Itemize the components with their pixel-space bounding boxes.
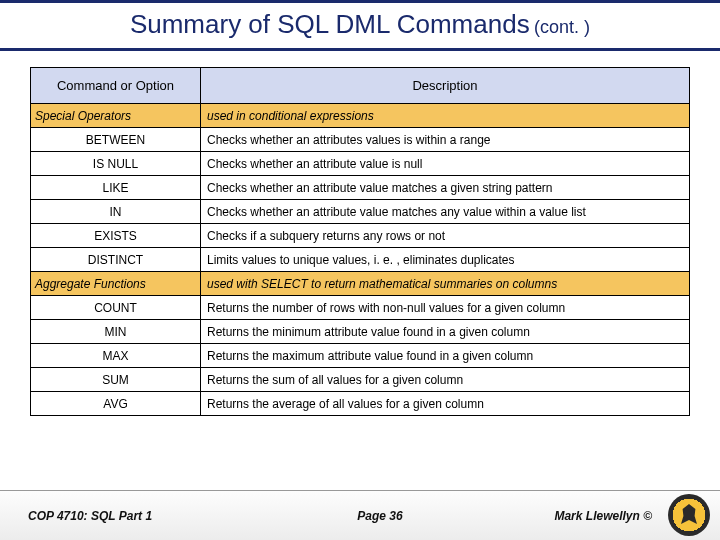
header-description: Description bbox=[201, 68, 690, 104]
section-desc: used with SELECT to return mathematical … bbox=[201, 272, 690, 296]
table-row: BETWEENChecks whether an attributes valu… bbox=[31, 128, 690, 152]
desc-cell: Returns the minimum attribute value foun… bbox=[201, 320, 690, 344]
table-row: MAXReturns the maximum attribute value f… bbox=[31, 344, 690, 368]
desc-cell: Checks whether an attribute value matche… bbox=[201, 176, 690, 200]
footer: COP 4710: SQL Part 1 Page 36 Mark Llewel… bbox=[0, 490, 720, 540]
table-row: LIKEChecks whether an attribute value ma… bbox=[31, 176, 690, 200]
cmd-cell: LIKE bbox=[31, 176, 201, 200]
desc-cell: Checks whether an attribute value matche… bbox=[201, 200, 690, 224]
cmd-cell: MIN bbox=[31, 320, 201, 344]
table-row: DISTINCTLimits values to unique values, … bbox=[31, 248, 690, 272]
table-row: INChecks whether an attribute value matc… bbox=[31, 200, 690, 224]
footer-page: Page 36 bbox=[238, 509, 522, 523]
header-command: Command or Option bbox=[31, 68, 201, 104]
desc-cell: Returns the average of all values for a … bbox=[201, 392, 690, 416]
cmd-cell: MAX bbox=[31, 344, 201, 368]
cmd-cell: EXISTS bbox=[31, 224, 201, 248]
page-title: Summary of SQL DML Commands bbox=[130, 9, 530, 39]
cmd-cell: IN bbox=[31, 200, 201, 224]
title-bar: Summary of SQL DML Commands (cont. ) bbox=[0, 0, 720, 51]
desc-cell: Returns the number of rows with non-null… bbox=[201, 296, 690, 320]
ucf-logo-icon bbox=[668, 494, 710, 536]
desc-cell: Checks if a subquery returns any rows or… bbox=[201, 224, 690, 248]
commands-table: Command or Option Description Special Op… bbox=[30, 67, 690, 416]
section-desc: used in conditional expressions bbox=[201, 104, 690, 128]
footer-inner: COP 4710: SQL Part 1 Page 36 Mark Llewel… bbox=[0, 491, 720, 540]
desc-cell: Returns the sum of all values for a give… bbox=[201, 368, 690, 392]
table-row: IS NULLChecks whether an attribute value… bbox=[31, 152, 690, 176]
desc-cell: Limits values to unique values, i. e. , … bbox=[201, 248, 690, 272]
cmd-cell: AVG bbox=[31, 392, 201, 416]
table-header-row: Command or Option Description bbox=[31, 68, 690, 104]
section-row: Aggregate Functions used with SELECT to … bbox=[31, 272, 690, 296]
cmd-cell: BETWEEN bbox=[31, 128, 201, 152]
cmd-cell: IS NULL bbox=[31, 152, 201, 176]
cmd-cell: DISTINCT bbox=[31, 248, 201, 272]
section-row: Special Operators used in conditional ex… bbox=[31, 104, 690, 128]
table-container: Command or Option Description Special Op… bbox=[0, 51, 720, 416]
section-name: Special Operators bbox=[31, 104, 201, 128]
table-row: AVGReturns the average of all values for… bbox=[31, 392, 690, 416]
desc-cell: Checks whether an attribute value is nul… bbox=[201, 152, 690, 176]
page-title-cont: (cont. ) bbox=[534, 17, 590, 37]
desc-cell: Checks whether an attributes values is w… bbox=[201, 128, 690, 152]
table-row: EXISTSChecks if a subquery returns any r… bbox=[31, 224, 690, 248]
table-row: SUMReturns the sum of all values for a g… bbox=[31, 368, 690, 392]
desc-cell: Returns the maximum attribute value foun… bbox=[201, 344, 690, 368]
footer-course: COP 4710: SQL Part 1 bbox=[28, 509, 238, 523]
cmd-cell: COUNT bbox=[31, 296, 201, 320]
table-row: MINReturns the minimum attribute value f… bbox=[31, 320, 690, 344]
table-row: COUNTReturns the number of rows with non… bbox=[31, 296, 690, 320]
section-name: Aggregate Functions bbox=[31, 272, 201, 296]
cmd-cell: SUM bbox=[31, 368, 201, 392]
